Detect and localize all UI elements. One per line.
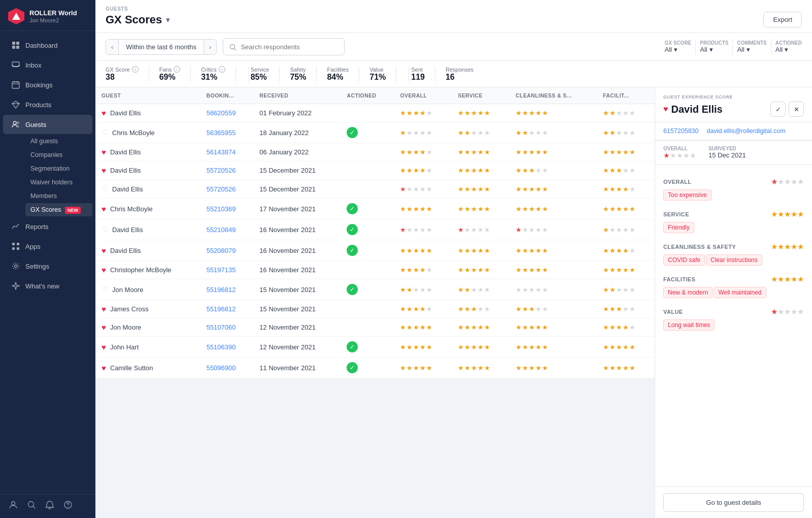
tag-clear-instructions: Clear instructions — [706, 254, 762, 266]
table-row[interactable]: ♥ Chris McBoyle 55210369 17 November 202… — [95, 199, 655, 219]
gx-score-info-icon[interactable]: i — [132, 66, 139, 73]
sidebar-item-whats-new[interactable]: What's new — [3, 276, 92, 296]
booking-link[interactable]: 56365955 — [207, 129, 236, 137]
sidebar-item-label: Guests — [25, 121, 46, 128]
table-row[interactable]: ♡ David Ellis 55720526 15 December 2021 … — [95, 180, 655, 199]
booking-link[interactable]: 55106390 — [207, 343, 236, 351]
sidebar-item-products[interactable]: Products — [3, 95, 92, 114]
actioned-select[interactable]: All ▾ — [775, 46, 802, 53]
date-next-button[interactable]: › — [204, 40, 216, 54]
tag-covid-safe: COVID safe — [663, 254, 705, 266]
table-row[interactable]: ♥ James Cross 55196812 15 November 2021 … — [95, 300, 655, 318]
booking-link[interactable]: 55210369 — [207, 205, 236, 213]
table-row[interactable]: ♥ David Ellis 56620559 01 February 2022 … — [95, 104, 655, 122]
booking-link[interactable]: 55720526 — [207, 185, 236, 193]
comments-select[interactable]: All ▾ — [737, 46, 766, 53]
col-actioned[interactable]: ACTIONED — [341, 87, 394, 104]
sidebar-sub-all-guests[interactable]: All guests — [25, 135, 92, 148]
table-row[interactable]: ♡ Jon Moore 55196812 15 November 2021 ✓ … — [95, 279, 655, 300]
table-row[interactable]: ♥ David Ellis 56143874 06 January 2022 ★… — [95, 143, 655, 161]
booking-link[interactable]: 55107060 — [207, 323, 236, 331]
sidebar-sub-members[interactable]: Members — [25, 189, 92, 203]
table-row[interactable]: ♥ David Ellis 55720526 15 December 2021 … — [95, 161, 655, 180]
section-title: OVERALL — [663, 179, 691, 185]
col-overall[interactable]: OVERALL — [394, 87, 452, 104]
detail-phone[interactable]: 6157205830 — [663, 127, 699, 135]
detail-check-button[interactable]: ✓ — [770, 102, 786, 117]
booking-link[interactable]: 55196812 — [207, 305, 236, 313]
brand-name: ROLLER World — [29, 9, 77, 17]
table-row[interactable]: ♥ John Hart 55106390 12 November 2021 ✓ … — [95, 337, 655, 358]
booking-link[interactable]: 55197135 — [207, 266, 236, 274]
col-service[interactable]: SERVICE — [452, 87, 510, 104]
table-row[interactable]: ♥ Camille Sutton 55096900 11 November 20… — [95, 358, 655, 378]
profile-icon[interactable] — [8, 500, 18, 510]
col-received[interactable]: RECEIVED — [253, 87, 341, 104]
booking-link[interactable]: 55210849 — [207, 226, 236, 234]
table-row[interactable]: ♥ Jon Moore 55107060 12 November 2021 ★★… — [95, 318, 655, 337]
export-button[interactable]: Export — [763, 12, 802, 27]
stat-critics: Critics i 31% — [201, 66, 236, 82]
sidebar-item-inbox[interactable]: Inbox — [3, 55, 92, 75]
gx-score-select[interactable]: All ▾ — [665, 46, 692, 53]
booking-cell: 55196812 — [200, 300, 254, 318]
table-row[interactable]: ♡ Chris McBoyle 56365955 18 January 2022… — [95, 122, 655, 143]
bell-icon[interactable] — [45, 500, 55, 510]
overall-cell: ★★★★★ — [394, 122, 452, 143]
search-input[interactable] — [241, 43, 332, 51]
calendar-icon — [11, 80, 20, 89]
date-prev-button[interactable]: ‹ — [106, 40, 118, 54]
chevron-down-icon: ▾ — [709, 46, 713, 53]
sidebar-item-dashboard[interactable]: Dashboard — [3, 36, 92, 55]
table-row[interactable]: ♥ David Ellis 55208079 16 November 2021 … — [95, 240, 655, 261]
sidebar-item-apps[interactable]: Apps — [3, 237, 92, 256]
booking-link[interactable]: 56143874 — [207, 148, 236, 156]
search-icon[interactable] — [26, 500, 37, 510]
service-cell: ★★★★★ — [452, 240, 510, 261]
sidebar-sub-companies[interactable]: Companies — [25, 148, 92, 161]
facilities-cell: ★★★★★ — [597, 180, 655, 199]
guest-name-text: John Hart — [110, 343, 139, 351]
booking-link[interactable]: 55208079 — [207, 247, 236, 254]
col-cleanliness[interactable]: CLEANLINESS & S... — [510, 87, 597, 104]
sidebar-sub-segmentation[interactable]: Segmentation — [25, 162, 92, 175]
table-row[interactable]: ♥ Christopher McBoyle 55197135 16 Novemb… — [95, 261, 655, 279]
booking-link[interactable]: 56620559 — [207, 109, 236, 117]
facilities-cell: ★★★★★ — [597, 261, 655, 279]
title-dropdown-icon[interactable]: ▾ — [166, 16, 170, 24]
critics-info-icon[interactable]: i — [219, 66, 225, 73]
search-icon — [229, 42, 236, 51]
col-booking[interactable]: BOOKIN... — [200, 87, 254, 104]
actioned-cell — [341, 161, 394, 180]
overall-label: OVERALL — [663, 146, 696, 151]
service-cell: ★★★★★ — [452, 161, 510, 180]
col-facilities[interactable]: FACILIT... — [597, 87, 655, 104]
go-to-guest-button[interactable]: Go to guest details — [663, 493, 804, 512]
section-title: CLEANLINESS & SAFETY — [663, 244, 736, 250]
detail-section-value: VALUE ★★★★★ Long wait times — [663, 307, 804, 333]
booking-link[interactable]: 55720526 — [207, 167, 236, 174]
service-cell: ★★★★★ — [452, 261, 510, 279]
tag-long-wait-times: Long wait times — [663, 319, 715, 331]
received-cell: 01 February 2022 — [253, 104, 341, 122]
detail-section-overall: OVERALL ★★★★★ Too expensive — [663, 177, 804, 203]
table-row[interactable]: ♡ David Ellis 55210849 16 November 2021 … — [95, 219, 655, 240]
detail-close-button[interactable]: ✕ — [789, 102, 804, 117]
sidebar-sub-waiver-holders[interactable]: Waiver holders — [25, 176, 92, 189]
guest-heart-icon: ♡ — [101, 184, 108, 193]
booking-link[interactable]: 55096900 — [207, 364, 236, 372]
sidebar-item-reports[interactable]: Reports — [3, 217, 92, 236]
fans-info-icon[interactable]: i — [174, 66, 180, 73]
sidebar-item-settings[interactable]: Settings — [3, 256, 92, 276]
sidebar-item-bookings[interactable]: Bookings — [3, 75, 92, 94]
detail-email[interactable]: david.ellis@rollerdigital.com — [707, 127, 786, 135]
products-select[interactable]: All ▾ — [700, 46, 728, 53]
col-guest[interactable]: GUEST — [95, 87, 200, 104]
booking-cell: 56143874 — [200, 143, 254, 161]
sidebar-sub-gx-scores[interactable]: GX Scores NEW — [25, 203, 92, 216]
sidebar-item-guests[interactable]: Guests — [3, 115, 92, 134]
tag-friendly: Friendly — [663, 222, 694, 233]
chevron-down-icon: ▾ — [747, 46, 750, 53]
help-icon[interactable] — [63, 500, 73, 510]
booking-link[interactable]: 55196812 — [207, 286, 236, 294]
